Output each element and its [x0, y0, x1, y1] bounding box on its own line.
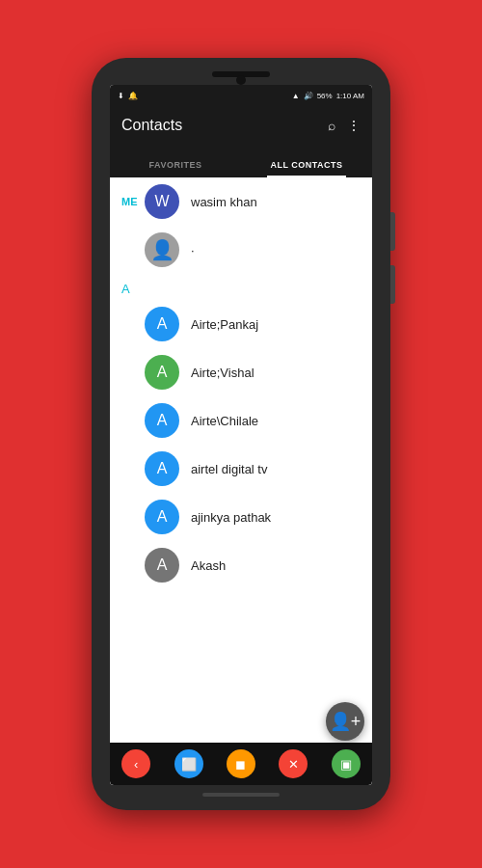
home-bar: [202, 793, 280, 797]
tab-favorites[interactable]: FAVORITES: [110, 160, 241, 177]
list-item[interactable]: A ajinkya pathak: [110, 493, 372, 541]
list-item[interactable]: A Akash: [110, 541, 372, 589]
volume-icon: 🔊: [304, 92, 313, 100]
wasim-avatar: W: [145, 184, 179, 219]
airte-chilale-name: Airte\Chilale: [191, 414, 258, 428]
screenshot-button[interactable]: ▣: [332, 749, 361, 778]
add-person-icon: 👤+: [330, 711, 362, 732]
a-section-header: A: [110, 274, 372, 300]
airtel-digital-name: airtel digital tv: [191, 462, 267, 476]
ajinkya-avatar: A: [145, 500, 179, 534]
app-bar: Contacts ⌕ ⋮: [110, 106, 372, 145]
tab-all-contacts[interactable]: ALL CONTACTS: [241, 160, 372, 177]
screenshot-icon: ▣: [340, 757, 352, 772]
a-section-label: A: [121, 282, 145, 296]
default-avatar: 👤: [145, 232, 179, 267]
search-icon[interactable]: ⌕: [328, 118, 335, 133]
me-contact-item[interactable]: ME W wasim khan: [110, 177, 372, 226]
app-bar-actions: ⌕ ⋮: [328, 118, 361, 133]
recents-button[interactable]: ⬜: [174, 749, 203, 778]
status-left-icons: ⬇ 🔔: [118, 92, 138, 100]
default-contact-name: ·: [191, 243, 195, 258]
status-right-info: ▲ 🔊 56% 1:10 AM: [292, 92, 364, 100]
airte-vishal-name: Airte;Vishal: [191, 366, 254, 380]
volume-down-button[interactable]: [390, 265, 395, 304]
airte-vishal-avatar: A: [145, 355, 179, 390]
close-icon: ✕: [288, 757, 299, 772]
back-icon: ‹: [134, 757, 138, 772]
me-section-label: ME: [121, 196, 145, 207]
ajinkya-name: ajinkya pathak: [191, 510, 271, 525]
list-item[interactable]: A airtel digital tv: [110, 445, 372, 493]
download-icon: ⬇: [118, 92, 124, 100]
camera: [236, 75, 246, 85]
add-contact-fab[interactable]: 👤+: [326, 702, 364, 741]
airte-chilale-avatar: A: [145, 403, 179, 438]
tabs-bar: FAVORITES ALL CONTACTS: [110, 145, 372, 177]
notification-icon: 🔔: [128, 92, 138, 100]
list-item[interactable]: A Airte\Chilale: [110, 396, 372, 445]
phone-frame: ⬇ 🔔 ▲ 🔊 56% 1:10 AM Contacts ⌕ ⋮ FAVORIT…: [92, 58, 390, 810]
close-button[interactable]: ✕: [279, 749, 308, 778]
akash-avatar: A: [145, 548, 179, 583]
default-contact-item[interactable]: 👤 ·: [110, 226, 372, 274]
airte-pankaj-avatar: A: [145, 307, 179, 341]
wasim-name: wasim khan: [191, 195, 257, 209]
volume-up-button[interactable]: [390, 212, 395, 251]
phone-screen: ⬇ 🔔 ▲ 🔊 56% 1:10 AM Contacts ⌕ ⋮ FAVORIT…: [110, 85, 372, 785]
airtel-digital-avatar: A: [145, 451, 179, 486]
list-item[interactable]: A Airte;Pankaj: [110, 300, 372, 348]
signal-icon: ▲: [292, 92, 300, 100]
list-item[interactable]: A Airte;Vishal: [110, 348, 372, 396]
akash-name: Akash: [191, 558, 226, 573]
home-icon: ◼: [235, 757, 246, 772]
home-button[interactable]: ◼: [227, 749, 255, 778]
time-text: 1:10 AM: [336, 92, 364, 100]
battery-text: 56%: [317, 92, 333, 100]
more-menu-icon[interactable]: ⋮: [347, 118, 361, 133]
app-title: Contacts: [121, 117, 328, 134]
nav-bar: ‹ ⬜ ◼ ✕ ▣: [110, 743, 372, 785]
contact-list[interactable]: ME W wasim khan 👤 · A: [110, 177, 372, 743]
status-bar: ⬇ 🔔 ▲ 🔊 56% 1:10 AM: [110, 85, 372, 106]
back-button[interactable]: ‹: [121, 749, 150, 778]
recents-icon: ⬜: [181, 757, 197, 772]
airte-pankaj-name: Airte;Pankaj: [191, 317, 258, 332]
